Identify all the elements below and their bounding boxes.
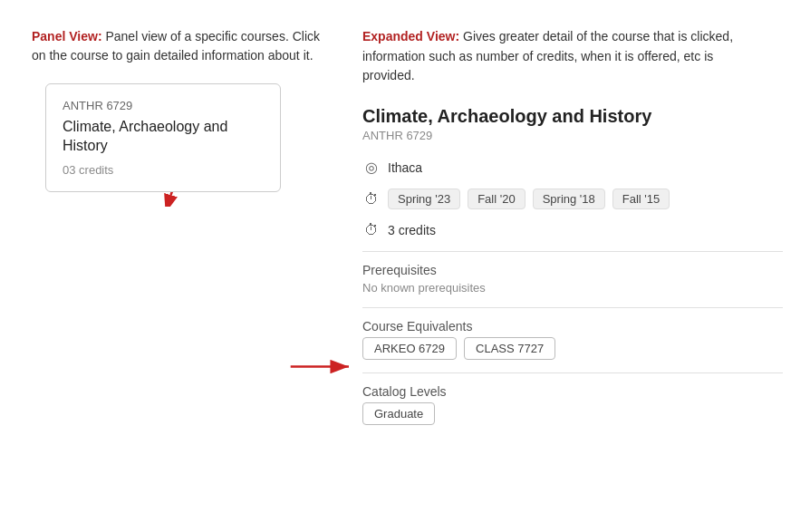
right-panel: Expanded View: Gives greater detail of t… [344, 18, 792, 514]
credits-icon: ⏱ [362, 222, 381, 238]
expanded-view-label: Expanded View: [362, 29, 459, 44]
panel-view-label: Panel View: [32, 29, 102, 44]
arrow-to-expanded-icon [285, 353, 358, 381]
divider-2 [362, 307, 783, 308]
course-card[interactable]: ANTHR 6729 Climate, Archaeology and Hist… [45, 83, 281, 192]
main-container: Panel View: Panel view of a specific cou… [0, 0, 810, 532]
card-course-credits: 03 credits [63, 163, 264, 177]
equiv-tag-2: CLASS 7727 [464, 337, 555, 360]
panel-description: Panel View: Panel view of a specific cou… [27, 27, 326, 65]
credits-text: 3 credits [388, 223, 436, 237]
sessions-row: ⏱ Spring '23 Fall '20 Spring '18 Fall '1… [362, 189, 783, 209]
expanded-course-title: Climate, Archaeology and History [362, 106, 783, 127]
clock-icon: ⏱ [362, 191, 381, 208]
left-panel: Panel View: Panel view of a specific cou… [18, 18, 344, 514]
prerequisites-label: Prerequisites [362, 263, 783, 277]
prerequisites-value: No known prerequisites [362, 281, 783, 295]
session-tags: Spring '23 Fall '20 Spring '18 Fall '15 [388, 189, 670, 209]
location-icon: ◎ [362, 159, 381, 176]
divider-3 [362, 372, 783, 373]
location-row: ◎ Ithaca [362, 159, 783, 176]
catalog-label: Catalog Levels [362, 384, 783, 399]
divider-1 [362, 251, 783, 252]
expanded-course-code: ANTHR 6729 [362, 129, 783, 142]
location-text: Ithaca [388, 160, 422, 175]
card-course-code: ANTHR 6729 [63, 99, 264, 112]
session-tag-2: Fall '20 [468, 189, 526, 209]
equivalents-tags: ARKEO 6729 CLASS 7727 [362, 337, 783, 360]
card-course-title: Climate, Archaeology and History [63, 118, 264, 156]
credits-row: ⏱ 3 credits [362, 222, 783, 238]
equiv-tag-1: ARKEO 6729 [362, 337, 457, 360]
equivalents-label: Course Equivalents [362, 319, 783, 334]
session-tag-1: Spring '23 [388, 189, 460, 209]
catalog-tag: Graduate [362, 402, 435, 425]
session-tag-4: Fall '15 [612, 189, 670, 209]
expanded-description: Expanded View: Gives greater detail of t… [362, 27, 743, 86]
session-tag-3: Spring '18 [533, 189, 605, 209]
